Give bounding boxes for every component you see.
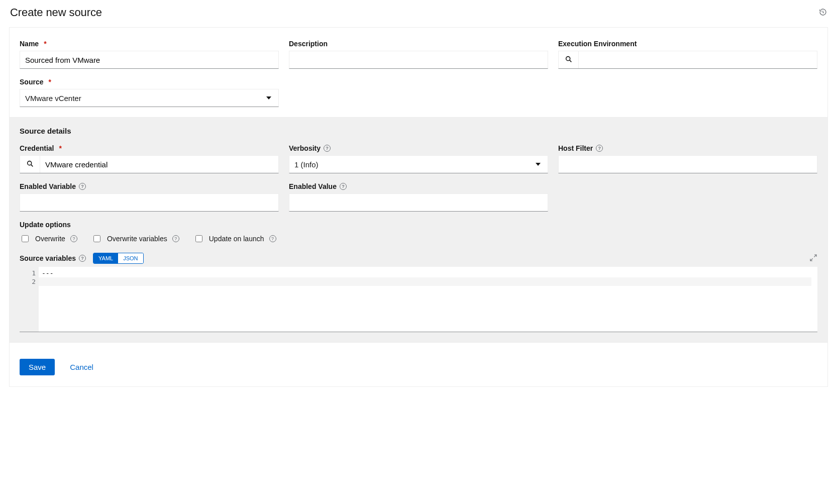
host-filter-input[interactable]: [559, 156, 817, 173]
help-icon[interactable]: ?: [269, 235, 276, 242]
name-input[interactable]: [20, 51, 278, 68]
editor-gutter: 12: [20, 267, 39, 332]
yaml-json-toggle[interactable]: YAML JSON: [93, 253, 143, 264]
source-variables-label: Source variables ?: [20, 254, 86, 262]
description-label: Description: [289, 40, 548, 48]
exec-env-input[interactable]: [579, 51, 817, 68]
page-header: Create new source: [9, 4, 828, 27]
svg-line-7: [810, 258, 813, 261]
chevron-down-icon: [536, 163, 541, 166]
form-card: Name* Description Execution Environment: [9, 27, 828, 387]
search-icon: [565, 55, 573, 65]
history-icon[interactable]: [819, 8, 827, 18]
exec-env-label: Execution Environment: [558, 40, 817, 48]
source-label: Source*: [20, 78, 279, 86]
svg-line-6: [814, 255, 816, 257]
help-icon[interactable]: ?: [340, 183, 347, 190]
enabled-val-input[interactable]: [289, 194, 548, 211]
overwrite-vars-checkbox[interactable]: Overwrite variables ?: [91, 234, 179, 244]
host-filter-label: Host Filter ?: [558, 144, 817, 152]
enabled-var-label: Enabled Variable ?: [20, 182, 279, 190]
source-details-title: Source details: [20, 127, 817, 135]
yaml-toggle-button[interactable]: YAML: [93, 253, 118, 263]
update-on-launch-checkbox[interactable]: Update on launch ?: [193, 234, 276, 244]
help-icon[interactable]: ?: [324, 145, 331, 152]
description-input[interactable]: [289, 51, 548, 68]
editor-content[interactable]: ---: [39, 267, 817, 332]
help-icon[interactable]: ?: [596, 145, 603, 152]
help-icon[interactable]: ?: [172, 235, 179, 242]
json-toggle-button[interactable]: JSON: [118, 253, 143, 263]
save-button[interactable]: Save: [20, 359, 55, 375]
help-icon[interactable]: ?: [79, 183, 86, 190]
chevron-down-icon: [266, 96, 271, 99]
exec-env-lookup-button[interactable]: [559, 51, 579, 68]
search-icon: [26, 160, 34, 169]
expand-icon[interactable]: [809, 254, 817, 263]
credential-input[interactable]: [40, 156, 278, 173]
enabled-val-label: Enabled Value ?: [289, 182, 548, 190]
svg-point-4: [27, 161, 31, 165]
svg-point-2: [566, 56, 570, 60]
source-select[interactable]: VMware vCenter: [20, 89, 279, 107]
svg-line-3: [569, 60, 571, 62]
credential-label: Credential*: [20, 144, 279, 152]
credential-lookup-button[interactable]: [20, 156, 40, 173]
verbosity-label: Verbosity ?: [289, 144, 548, 152]
source-variables-editor[interactable]: 12 ---: [20, 267, 817, 332]
cancel-button[interactable]: Cancel: [67, 362, 96, 372]
name-label: Name*: [20, 40, 279, 48]
enabled-var-input[interactable]: [20, 194, 278, 211]
help-icon[interactable]: ?: [79, 255, 86, 262]
help-icon[interactable]: ?: [70, 235, 77, 242]
verbosity-select[interactable]: 1 (Info): [289, 155, 548, 173]
svg-line-5: [31, 164, 33, 166]
update-options-label: Update options: [20, 221, 817, 229]
svg-line-1: [823, 12, 824, 13]
page-title: Create new source: [10, 6, 102, 19]
overwrite-checkbox[interactable]: Overwrite ?: [20, 234, 77, 244]
